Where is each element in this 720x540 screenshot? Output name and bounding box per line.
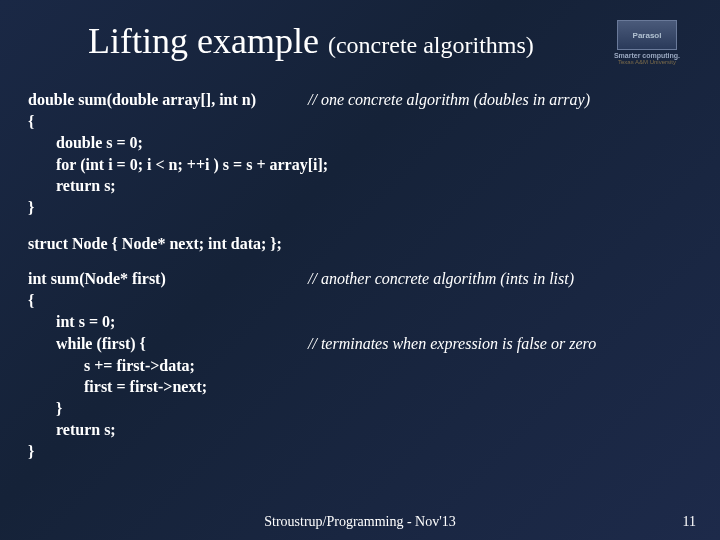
title-sub: (concrete algorithms) (328, 32, 534, 58)
content: double sum(double array[], int n) // one… (28, 89, 692, 463)
code-line-for: for (int i = 0; i < n; ++i ) s = s + arr… (28, 154, 692, 176)
footer-text: Stroustrup/Programming - Nov'13 (0, 514, 720, 530)
title-main: Lifting example (88, 21, 328, 61)
code-line-return: return s; (28, 175, 692, 197)
code-row-sig2: int sum(Node* first) // another concrete… (28, 268, 692, 290)
code-struct: struct Node { Node* next; int data; }; (28, 233, 692, 255)
code-line-s0: double s = 0; (28, 132, 692, 154)
code-brace-open-2: { (28, 290, 692, 312)
code-line2-while: while (first) { (28, 333, 308, 355)
code-sig1-comment: // one concrete algorithm (doubles in ar… (308, 89, 692, 111)
spacer-2 (28, 254, 692, 268)
code-sig1: double sum(double array[], int n) (28, 89, 308, 111)
code-sig2: int sum(Node* first) (28, 268, 308, 290)
spacer-1 (28, 219, 692, 233)
slide: Lifting example (concrete algorithms) Pa… (0, 0, 720, 540)
title-area: Lifting example (concrete algorithms) (28, 20, 602, 62)
code-brace-close-1: } (28, 197, 692, 219)
code-line2-s0: int s = 0; (28, 311, 692, 333)
code-row-sig1: double sum(double array[], int n) // one… (28, 89, 692, 111)
code-row-while: while (first) { // terminates when expre… (28, 333, 692, 355)
logo-tagline-2: Texas A&M University (602, 59, 692, 65)
header: Lifting example (concrete algorithms) Pa… (28, 20, 692, 65)
code-line2-return: return s; (28, 419, 692, 441)
parasol-logo-icon: Parasol (617, 20, 677, 50)
page-number: 11 (683, 514, 696, 530)
code-line2-next: first = first->next; (28, 376, 692, 398)
logo-tagline-1: Smarter computing. (602, 52, 692, 59)
code-line2-while-comment: // terminates when expression is false o… (308, 333, 692, 355)
code-line2-brace: } (28, 398, 692, 420)
code-line2-add: s += first->data; (28, 355, 692, 377)
code-brace-close-2: } (28, 441, 692, 463)
code-brace-open-1: { (28, 111, 692, 133)
logo-area: Parasol Smarter computing. Texas A&M Uni… (602, 20, 692, 65)
code-sig2-comment: // another concrete algorithm (ints in l… (308, 268, 692, 290)
